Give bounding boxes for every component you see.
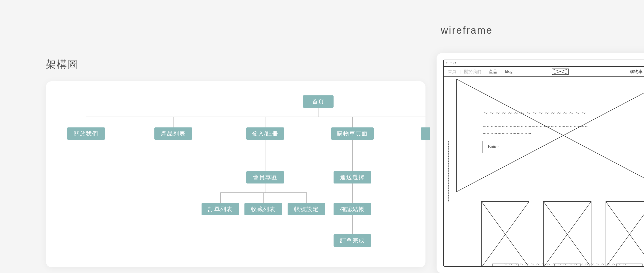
- sitemap-section-title: 架構圖: [46, 58, 78, 71]
- nav-separator: |: [460, 69, 461, 74]
- wireframe-body: ～～～～～～～～～～～～～～～～～ ～～～～～～～～～～～～～～～～～～～～～～…: [444, 76, 644, 266]
- hero-paragraph-placeholder: ～～～～～～～～～～～～～～～～～～～～～～～～～～～～: [482, 123, 591, 130]
- wireframe-panel: 首頁 | 關於我們 | 產品 | blog 購物車 | 登入/登出: [436, 53, 644, 273]
- node-home: 首頁: [303, 95, 334, 108]
- window-dot-icon: [450, 62, 452, 64]
- node-about: 關於我們: [67, 127, 105, 140]
- node-checkout: 確認結帳: [334, 203, 371, 215]
- node-login: 登入/註冊: [246, 127, 284, 140]
- node-cart: 購物車頁面: [331, 127, 374, 140]
- card-row: Button Button Button: [481, 201, 644, 266]
- nav-separator: |: [500, 69, 502, 74]
- nav-about[interactable]: 關於我們: [463, 69, 482, 74]
- nav-products[interactable]: 產品: [487, 69, 498, 74]
- nav-blog[interactable]: blog: [504, 69, 514, 74]
- svg-line-8: [606, 202, 644, 266]
- logo-placeholder[interactable]: [552, 68, 568, 75]
- window-dot-icon: [446, 62, 448, 64]
- hero-cta-button[interactable]: Button: [482, 141, 505, 153]
- node-member: 會員專區: [246, 171, 284, 184]
- nav-separator: |: [484, 69, 486, 74]
- node-shipping: 運送選擇: [334, 171, 371, 184]
- nav-cart[interactable]: 購物車: [628, 69, 644, 74]
- svg-line-9: [606, 202, 644, 266]
- wireframe-section-title: wireframe: [441, 25, 493, 36]
- wireframe-sidebar: [444, 76, 453, 266]
- node-account: 帳號設定: [288, 203, 325, 215]
- hero-text-block: ～～～～～～～～～～～～～～～～～ ～～～～～～～～～～～～～～～～～～～～～～…: [482, 107, 591, 153]
- node-partial: [421, 127, 430, 140]
- browser-titlebar: [444, 60, 644, 67]
- sitemap-card: 首頁 關於我們 產品列表 登入/註冊 購物車頁面 會員專區 運送選擇 訂單列表 …: [46, 81, 426, 267]
- node-favorites: 收藏列表: [244, 203, 282, 215]
- node-products: 產品列表: [154, 127, 192, 140]
- product-card[interactable]: Button: [543, 201, 591, 266]
- node-complete: 訂單完成: [334, 234, 371, 247]
- hero-paragraph-placeholder: ～～～～～～～～～～～～～: [482, 130, 591, 137]
- product-card[interactable]: Button: [481, 201, 529, 266]
- hero-image-placeholder: ～～～～～～～～～～～～～～～～～ ～～～～～～～～～～～～～～～～～～～～～～…: [456, 79, 644, 192]
- footer-heading-placeholder: ～～～～～～～～～～～～～～～～～～～～～～～: [503, 260, 628, 266]
- window-dot-icon: [454, 62, 456, 64]
- hero-heading-placeholder: ～～～～～～～～～～～～～～～～～: [482, 107, 591, 118]
- nav-home[interactable]: 首頁: [446, 69, 458, 74]
- browser-frame: 首頁 | 關於我們 | 產品 | blog 購物車 | 登入/登出: [443, 60, 644, 267]
- wireframe-navbar: 首頁 | 關於我們 | 產品 | blog 購物車 | 登入/登出: [444, 67, 644, 76]
- node-orders: 訂單列表: [202, 203, 239, 215]
- wireframe-main: ～～～～～～～～～～～～～～～～～ ～～～～～～～～～～～～～～～～～～～～～～…: [453, 76, 644, 266]
- product-card[interactable]: Button: [606, 201, 644, 266]
